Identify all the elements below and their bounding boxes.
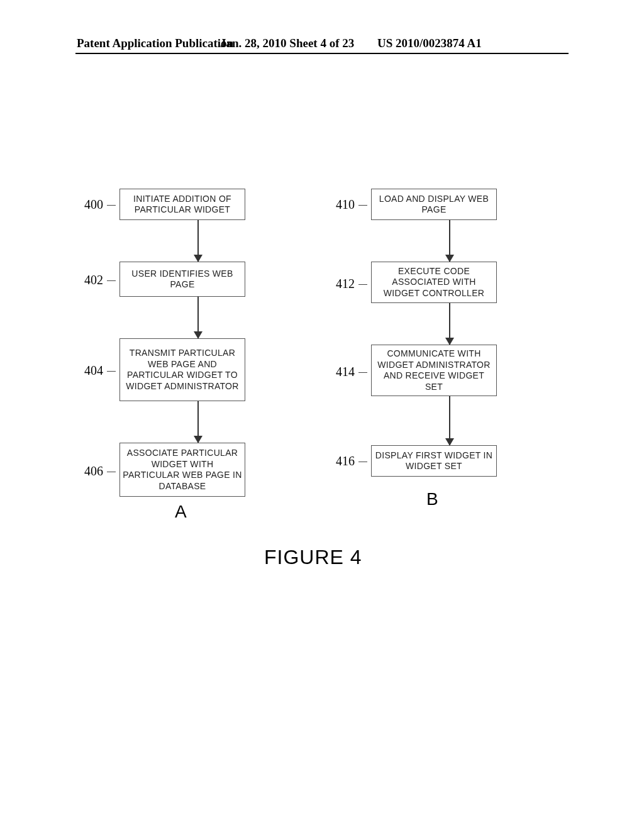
step-box-404: TRANSMIT PARTICULAR WEB PAGE AND PARTICU… bbox=[119, 338, 245, 401]
ref-tick bbox=[107, 371, 116, 372]
step-text: TRANSMIT PARTICULAR WEB PAGE AND PARTICU… bbox=[123, 348, 242, 392]
step-box-414: COMMUNICATE WITH WIDGET ADMINISTRATOR AN… bbox=[371, 345, 497, 396]
arrow-down-icon bbox=[449, 396, 450, 445]
step-text: DISPLAY FIRST WIDGET IN WIDGET SET bbox=[374, 450, 494, 472]
arrow-down-icon bbox=[197, 220, 199, 262]
step-box-406: ASSOCIATE PARTICULAR WIDGET WITH PARTICU… bbox=[119, 443, 245, 497]
flowchart-column-b: 410 LOAD AND DISPLAY WEB PAGE 412 EXECUT… bbox=[340, 189, 528, 477]
header-left: Patent Application Publication bbox=[77, 36, 233, 50]
patent-figure-page: Patent Application Publication Jan. 28, … bbox=[0, 0, 644, 830]
arrow-down-icon bbox=[449, 220, 450, 262]
step-box-402: USER IDENTIFIES WEB PAGE bbox=[119, 262, 245, 297]
ref-tick bbox=[107, 280, 116, 281]
ref-tick bbox=[107, 472, 116, 472]
step-ref-400: 400 bbox=[84, 197, 103, 212]
step-ref-410: 410 bbox=[336, 197, 355, 212]
step-text: ASSOCIATE PARTICULAR WIDGET WITH PARTICU… bbox=[123, 448, 242, 492]
ref-tick bbox=[358, 205, 367, 206]
header-rule bbox=[75, 53, 569, 54]
figure-caption: FIGURE 4 bbox=[264, 546, 362, 569]
header-center: Jan. 28, 2010 Sheet 4 of 23 bbox=[220, 36, 354, 50]
step-text: INITIATE ADDITION OF PARTICULAR WIDGET bbox=[123, 194, 242, 216]
column-label-a: A bbox=[175, 502, 187, 522]
arrow-down-icon bbox=[197, 401, 199, 443]
step-ref-402: 402 bbox=[84, 273, 103, 287]
step-text: EXECUTE CODE ASSOCIATED WITH WIDGET CONT… bbox=[374, 266, 494, 299]
step-box-416: DISPLAY FIRST WIDGET IN WIDGET SET bbox=[371, 445, 497, 477]
step-ref-412: 412 bbox=[336, 277, 355, 291]
arrow-down-icon bbox=[449, 303, 450, 345]
arrow-down-icon bbox=[197, 297, 199, 338]
column-label-b: B bbox=[426, 489, 438, 509]
step-ref-404: 404 bbox=[84, 363, 103, 378]
step-text: COMMUNICATE WITH WIDGET ADMINISTRATOR AN… bbox=[374, 348, 494, 392]
ref-tick bbox=[358, 284, 367, 285]
step-ref-416: 416 bbox=[336, 454, 355, 468]
ref-tick bbox=[358, 462, 367, 462]
step-ref-414: 414 bbox=[336, 365, 355, 379]
step-box-400: INITIATE ADDITION OF PARTICULAR WIDGET bbox=[119, 189, 245, 220]
flowchart-column-a: 400 INITIATE ADDITION OF PARTICULAR WIDG… bbox=[88, 189, 277, 497]
step-ref-406: 406 bbox=[84, 464, 103, 479]
header-right: US 2010/0023874 A1 bbox=[377, 36, 482, 50]
ref-tick bbox=[107, 205, 116, 206]
ref-tick bbox=[358, 372, 367, 373]
step-text: USER IDENTIFIES WEB PAGE bbox=[123, 268, 242, 290]
step-text: LOAD AND DISPLAY WEB PAGE bbox=[374, 194, 494, 216]
step-box-412: EXECUTE CODE ASSOCIATED WITH WIDGET CONT… bbox=[371, 262, 497, 303]
step-box-410: LOAD AND DISPLAY WEB PAGE bbox=[371, 189, 497, 220]
